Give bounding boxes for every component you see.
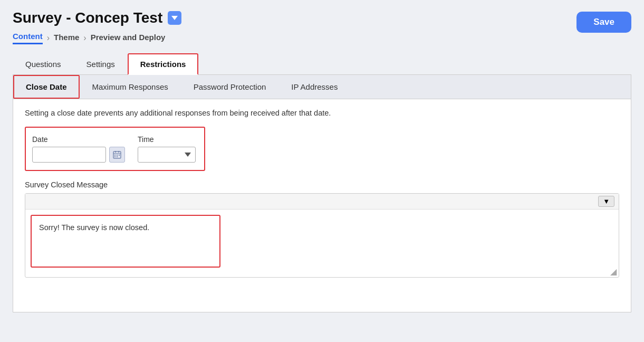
save-button[interactable]: Save — [576, 12, 631, 33]
title-and-breadcrumb: Survey - Concep Test Content › Theme › P… — [13, 10, 181, 44]
date-field-group: Date — [32, 135, 125, 163]
svg-rect-4 — [114, 155, 116, 156]
time-field-group: Time 12:00 AM 1:00 AM 2:00 AM 11:59 PM — [138, 135, 196, 163]
breadcrumb-theme[interactable]: Theme — [54, 33, 79, 44]
subtab-maximum-responses[interactable]: Maximum Responses — [80, 75, 181, 99]
calendar-icon-button[interactable] — [109, 147, 125, 163]
tab-restrictions[interactable]: Restrictions — [128, 53, 199, 75]
breadcrumb: Content › Theme › Preview and Deploy — [13, 32, 181, 44]
breadcrumb-content[interactable]: Content — [13, 32, 43, 44]
breadcrumb-sep-1: › — [47, 33, 50, 43]
header-row: Survey - Concep Test Content › Theme › P… — [13, 10, 631, 44]
subtab-ip-addresses[interactable]: IP Addresses — [278, 75, 350, 99]
svg-rect-6 — [119, 155, 120, 156]
close-date-description: Setting a close date prevents any additi… — [25, 109, 619, 117]
sub-tabs: Close Date Maximum Responses Password Pr… — [13, 75, 631, 99]
tab-questions[interactable]: Questions — [13, 53, 74, 75]
svg-rect-2 — [118, 151, 119, 153]
subtab-close-date[interactable]: Close Date — [13, 75, 80, 99]
content-area: Close Date Maximum Responses Password Pr… — [13, 75, 631, 312]
time-select[interactable]: 12:00 AM 1:00 AM 2:00 AM 11:59 PM — [138, 147, 196, 163]
tab-content-close-date: Setting a close date prevents any additi… — [13, 99, 631, 287]
tab-settings[interactable]: Settings — [74, 53, 128, 75]
breadcrumb-preview-deploy[interactable]: Preview and Deploy — [91, 33, 166, 44]
toolbar-dropdown-button[interactable]: ▼ — [598, 196, 614, 207]
survey-closed-message-label: Survey Closed Message — [25, 180, 619, 189]
date-input-row — [32, 147, 125, 163]
svg-rect-5 — [117, 155, 118, 156]
app-container: Survey - Concep Test Content › Theme › P… — [0, 0, 644, 342]
toolbar-dropdown-arrow: ▼ — [603, 197, 610, 205]
page-title-row: Survey - Concep Test — [13, 10, 181, 26]
svg-rect-7 — [114, 156, 116, 157]
resize-handle: ◢ — [609, 268, 617, 275]
closed-message-area: ▼ Sorry! The survey is now closed. ◢ — [25, 193, 619, 278]
title-dropdown-button[interactable] — [168, 11, 181, 25]
svg-rect-1 — [115, 151, 116, 153]
date-input[interactable] — [32, 147, 106, 163]
subtab-password-protection[interactable]: Password Protection — [181, 75, 279, 99]
date-time-section: Date — [25, 127, 205, 171]
closed-message-text[interactable]: Sorry! The survey is now closed. — [31, 215, 220, 268]
closed-message-toolbar: ▼ — [25, 194, 619, 210]
svg-rect-8 — [117, 156, 118, 157]
time-label: Time — [138, 135, 196, 144]
page-title: Survey - Concep Test — [13, 10, 162, 26]
date-label: Date — [32, 135, 125, 144]
main-tabs: Questions Settings Restrictions — [13, 53, 631, 75]
breadcrumb-sep-2: › — [83, 33, 86, 43]
